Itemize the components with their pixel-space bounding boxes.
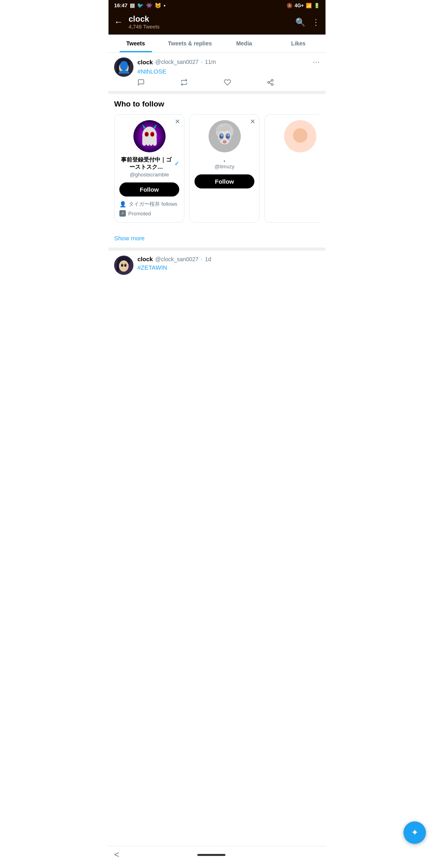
promoted-icon: ↗ — [119, 210, 126, 217]
svg-point-19 — [145, 133, 148, 136]
status-bar: 16:47 ▤ 🐦 👾 😺 • 🔕 4G+ 📶 🔋 — [108, 0, 326, 11]
tweet2-name: clock — [137, 256, 153, 262]
person-icon: 👤 — [119, 201, 126, 207]
svg-point-10 — [268, 82, 270, 84]
svg-point-45 — [125, 265, 126, 266]
limvzy-name: . — [194, 156, 254, 163]
reddit1-icon: 👾 — [146, 2, 152, 8]
tweet2-header: clock @clock_san0027 · 1d — [137, 256, 320, 262]
tweet1-name: clock — [137, 59, 153, 66]
svg-point-31 — [227, 135, 229, 137]
svg-line-13 — [269, 81, 271, 82]
svg-point-11 — [271, 84, 273, 86]
tweet1-actions — [137, 79, 274, 86]
partial-inner — [265, 115, 320, 162]
partial-avatar-svg — [284, 120, 316, 152]
ghostscramble-avatar[interactable] — [133, 120, 166, 152]
svg-point-32 — [219, 139, 221, 141]
svg-point-44 — [121, 265, 123, 266]
retweet-button[interactable] — [180, 79, 188, 86]
more-icon[interactable]: ⋮ — [312, 17, 320, 27]
show-more-section: Show more — [108, 229, 326, 251]
tweet-card-1: clock @clock_san0027 · 11m ⋯ #NthLOSE — [108, 53, 326, 94]
svg-rect-2 — [117, 63, 121, 71]
network-label: 4G+ — [295, 3, 304, 8]
status-right: 🔕 4G+ 📶 🔋 — [287, 3, 320, 8]
svg-point-34 — [223, 140, 227, 143]
limvzy-avatar[interactable] — [209, 120, 241, 152]
follow-limvzy-button[interactable]: Follow — [194, 174, 254, 188]
follow-card-partial — [264, 114, 320, 223]
tweet1-handle: @clock_san0027 — [155, 59, 199, 65]
back-button[interactable]: ← — [114, 17, 123, 27]
tweet2-content: clock @clock_san0027 · 1d #ZETAWIN — [137, 256, 320, 275]
tweet1-user: clock @clock_san0027 · 11m — [137, 59, 216, 66]
like-button[interactable] — [224, 79, 231, 86]
svg-point-20 — [151, 133, 154, 136]
show-more-button[interactable]: Show more — [114, 235, 145, 242]
tweet2-text[interactable]: #ZETAWIN — [137, 264, 320, 271]
tweet-count: 4,748 Tweets — [129, 24, 290, 30]
tweet2-handle: @clock_san0027 — [155, 256, 199, 262]
close-card-ghostscramble[interactable]: ✕ — [175, 119, 180, 125]
ghostscramble-avatar-svg — [133, 120, 166, 152]
header-icons: 🔍 ⋮ — [295, 17, 320, 27]
promoted-label: Promoted — [128, 211, 151, 217]
tweet2-dot: · — [201, 256, 203, 262]
reddit2-icon: 😺 — [155, 2, 161, 8]
follow-card-limvzy: ✕ — [189, 114, 260, 223]
svg-rect-41 — [117, 263, 119, 272]
limvzy-avatar-svg — [209, 120, 241, 152]
svg-rect-4 — [117, 65, 119, 74]
tab-likes[interactable]: Likes — [271, 35, 326, 52]
svg-point-7 — [121, 67, 123, 68]
tweet2-avatar[interactable] — [114, 256, 133, 275]
tweet2-time: 1d — [205, 256, 211, 262]
reply-button[interactable] — [137, 79, 145, 86]
tweet1-avatar[interactable] — [114, 57, 133, 77]
header-title-area: clock 4,748 Tweets — [129, 14, 290, 30]
status-left: 16:47 ▤ 🐦 👾 😺 • — [114, 2, 166, 8]
tab-media[interactable]: Media — [217, 35, 271, 52]
battery-icon: 🔋 — [314, 3, 320, 8]
follow-card-ghostscramble: ✕ — [114, 114, 184, 223]
tweet1-text[interactable]: #NthLOSE — [137, 68, 320, 75]
ghostscramble-name: 事前登録受付中｜ゴーストスク… ✓ — [119, 156, 179, 171]
tab-tweets-replies[interactable]: Tweets & replies — [163, 35, 217, 52]
share-button[interactable] — [267, 79, 274, 86]
svg-point-0 — [114, 57, 133, 77]
dot-icon: • — [164, 2, 166, 8]
svg-point-1 — [117, 58, 130, 68]
tweet1-more-button[interactable]: ⋯ — [313, 57, 320, 66]
tweet1-header: clock @clock_san0027 · 11m ⋯ — [137, 57, 320, 66]
limvzy-handle: @limvzy — [194, 164, 254, 170]
status-time: 16:47 — [114, 2, 127, 8]
verified-badge-ghostscramble: ✓ — [174, 160, 179, 167]
tweet2-avatar-svg — [114, 256, 133, 275]
svg-point-6 — [124, 66, 127, 69]
svg-point-36 — [293, 128, 307, 143]
svg-point-3 — [119, 62, 129, 74]
svg-point-9 — [271, 80, 273, 82]
svg-point-5 — [121, 66, 123, 69]
ghostscramble-follows-info: 👤 タイガー桜井 follows — [119, 201, 179, 208]
tweet2-user: clock @clock_san0027 · 1d — [137, 256, 211, 262]
svg-line-12 — [269, 83, 271, 84]
promoted-row: ↗ Promoted — [119, 210, 179, 217]
close-card-limvzy[interactable]: ✕ — [250, 119, 255, 125]
tabs-bar: Tweets Tweets & replies Media Likes — [108, 35, 326, 53]
search-icon[interactable]: 🔍 — [295, 17, 305, 27]
who-to-follow-title: Who to follow — [114, 100, 320, 108]
svg-point-33 — [229, 139, 230, 141]
svg-point-40 — [119, 260, 129, 272]
sim-icon: ▤ — [130, 2, 135, 8]
svg-point-8 — [125, 67, 126, 68]
top-bar: ← clock 4,748 Tweets 🔍 ⋮ — [108, 11, 326, 35]
tab-tweets[interactable]: Tweets — [108, 35, 163, 52]
who-to-follow-section: Who to follow ✕ — [108, 94, 326, 229]
follow-ghostscramble-button[interactable]: Follow — [119, 182, 179, 197]
svg-point-30 — [221, 135, 222, 137]
clock-avatar-svg — [114, 57, 133, 77]
page-title: clock — [129, 14, 290, 24]
follow-cards-list: ✕ — [114, 114, 320, 226]
